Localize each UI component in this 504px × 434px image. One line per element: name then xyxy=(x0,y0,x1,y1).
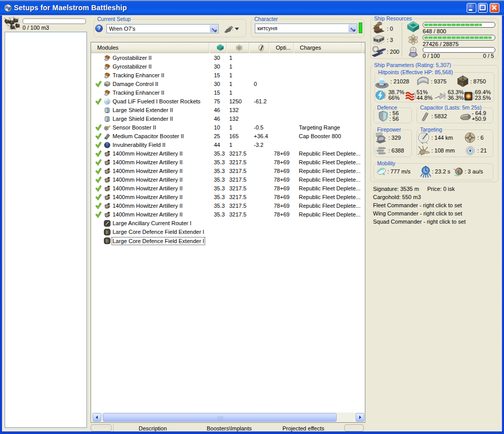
svg-text:?: ? xyxy=(97,26,100,31)
